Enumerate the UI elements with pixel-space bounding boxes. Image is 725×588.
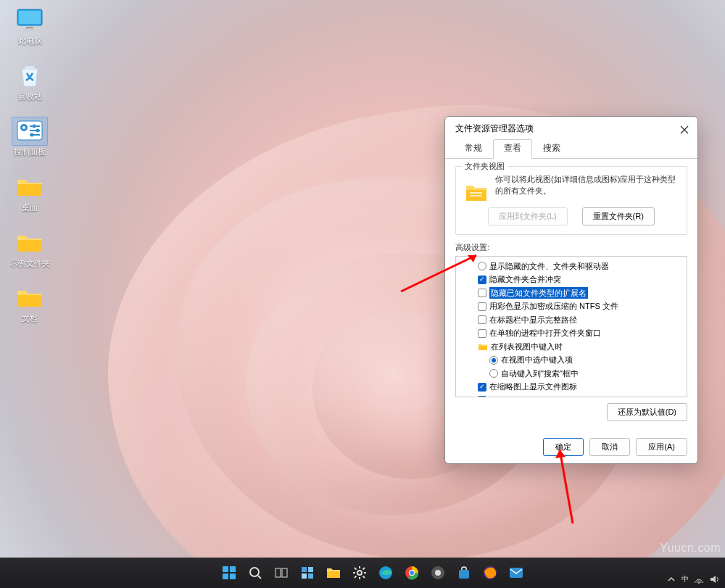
mail-icon[interactable] [505, 561, 528, 584]
search-icon[interactable] [244, 561, 267, 584]
svg-rect-30 [308, 567, 313, 572]
svg-rect-32 [308, 573, 313, 579]
settings-icon[interactable] [348, 561, 371, 584]
svg-rect-31 [302, 573, 307, 579]
tree-item[interactable]: 在标题栏中显示完整路径 [457, 313, 685, 327]
folder-icon [463, 180, 489, 206]
desktop-icon-folder-documents[interactable]: 文档 [4, 283, 55, 323]
tree-item[interactable]: 隐藏文件夹合并冲突 [457, 273, 685, 286]
svg-point-47 [435, 570, 441, 576]
system-tray: 中 [666, 573, 721, 585]
apply-to-folders-button[interactable]: 应用到文件夹(L) [488, 207, 567, 225]
tray-language-icon[interactable]: 中 [682, 573, 689, 585]
dialog-title: 文件资源管理器选项 [455, 123, 534, 135]
desktop-icon-control-panel[interactable]: 控制面板 [4, 117, 55, 157]
svg-marker-52 [710, 576, 716, 583]
tab-view[interactable]: 查看 [493, 139, 532, 159]
tree-item[interactable]: 用彩色显示加密或压缩的 NTFS 文件 [457, 299, 685, 313]
icon-label: 文档 [22, 314, 38, 323]
svg-rect-27 [276, 568, 281, 577]
icon-label: 示例文件夹 [10, 259, 50, 268]
tree-item[interactable]: 在缩略图上显示文件图标 [457, 380, 685, 394]
svg-rect-16 [470, 195, 482, 196]
svg-rect-3 [23, 28, 36, 30]
apply-button[interactable]: 应用(A) [636, 438, 687, 456]
tree-item[interactable]: 在列表视图中键入时 [457, 340, 685, 354]
tree-item[interactable]: 显示隐藏的文件、文件夹和驱动器 [457, 260, 685, 273]
svg-rect-50 [510, 568, 523, 578]
dialog-tabs: 常规 查看 搜索 [445, 139, 697, 159]
tray-network-icon[interactable] [693, 573, 705, 585]
svg-point-6 [22, 126, 25, 129]
svg-point-12 [30, 133, 34, 137]
app-icon[interactable] [426, 561, 450, 584]
svg-point-25 [250, 568, 259, 576]
svg-point-10 [36, 129, 40, 133]
icon-label: 回收站 [18, 92, 42, 102]
svg-rect-22 [230, 566, 236, 572]
desktop-icon-list: 此电脑 回收站 控制面板 桌面 示例文件夹 文档 [4, 6, 57, 339]
svg-rect-2 [26, 27, 33, 28]
svg-rect-1 [19, 11, 41, 24]
task-view-icon[interactable] [270, 561, 293, 584]
ok-button[interactable]: 确定 [543, 438, 584, 456]
taskbar: 中 [0, 558, 725, 588]
icon-label: 控制面板 [14, 147, 46, 157]
folder-options-dialog: 文件资源管理器选项 常规 查看 搜索 文件夹视图 你可以将此视图(如详细信息或图… [444, 116, 698, 464]
svg-rect-23 [223, 573, 228, 579]
desktop-icon-this-pc[interactable]: 此电脑 [4, 6, 55, 46]
tray-volume-icon[interactable] [709, 573, 721, 585]
tray-chevron-icon[interactable] [666, 573, 677, 585]
icon-label: 此电脑 [18, 36, 42, 46]
widgets-icon[interactable] [296, 561, 319, 584]
svg-point-51 [698, 582, 700, 584]
advanced-label: 高级设置: [455, 242, 687, 253]
icon-label: 桌面 [22, 203, 38, 212]
tree-item[interactable]: 在单独的进程中打开文件夹窗口 [457, 326, 685, 340]
tree-item[interactable]: 隐藏已知文件类型的扩展名 [457, 286, 685, 300]
svg-rect-24 [230, 573, 236, 579]
chrome-icon[interactable] [400, 561, 423, 584]
firefox-icon[interactable] [478, 561, 502, 584]
taskbar-center [218, 561, 528, 584]
svg-point-45 [410, 571, 414, 575]
svg-line-39 [363, 576, 365, 579]
tree-item[interactable]: 自动键入到"搜索"框中 [457, 367, 685, 381]
folder-views-group: 文件夹视图 你可以将此视图(如详细信息或图标)应用于这种类型的所有文件夹。 应用… [455, 166, 687, 235]
reset-folders-button[interactable]: 重置文件夹(R) [582, 207, 655, 225]
svg-line-38 [355, 568, 357, 570]
svg-rect-21 [223, 566, 228, 572]
svg-rect-28 [282, 568, 287, 577]
group-label: 文件夹视图 [462, 161, 508, 172]
advanced-settings-tree[interactable]: 显示隐藏的文件、文件夹和驱动器隐藏文件夹合并冲突隐藏已知文件类型的扩展名用彩色显… [455, 256, 687, 397]
watermark: Yuucn.com [660, 542, 721, 555]
cancel-button[interactable]: 取消 [589, 438, 630, 456]
svg-rect-29 [302, 567, 307, 572]
folder-views-desc: 你可以将此视图(如详细信息或图标)应用于这种类型的所有文件夹。 [495, 174, 679, 197]
start-button[interactable] [218, 561, 241, 584]
svg-line-26 [258, 576, 261, 579]
svg-rect-15 [470, 192, 482, 194]
svg-rect-48 [459, 570, 469, 579]
tab-search[interactable]: 搜索 [532, 139, 571, 158]
desktop-icon-folder-desktop[interactable]: 桌面 [4, 173, 55, 212]
svg-point-8 [33, 125, 36, 128]
edge-icon[interactable] [374, 561, 397, 584]
desktop-icon-recycle-bin[interactable]: 回收站 [4, 62, 55, 102]
restore-defaults-button[interactable]: 还原为默认值(D) [607, 403, 687, 421]
tab-general[interactable]: 常规 [454, 139, 493, 158]
store-icon[interactable] [452, 561, 476, 584]
dialog-titlebar: 文件资源管理器选项 [445, 117, 697, 138]
desktop-icon-folder-example[interactable]: 示例文件夹 [4, 228, 55, 268]
svg-point-33 [357, 571, 362, 575]
svg-line-41 [363, 568, 365, 570]
tree-item[interactable]: 在视图中选中键入项 [457, 353, 685, 367]
explorer-icon[interactable] [322, 561, 345, 584]
svg-line-40 [355, 576, 357, 579]
close-button[interactable] [680, 124, 690, 134]
